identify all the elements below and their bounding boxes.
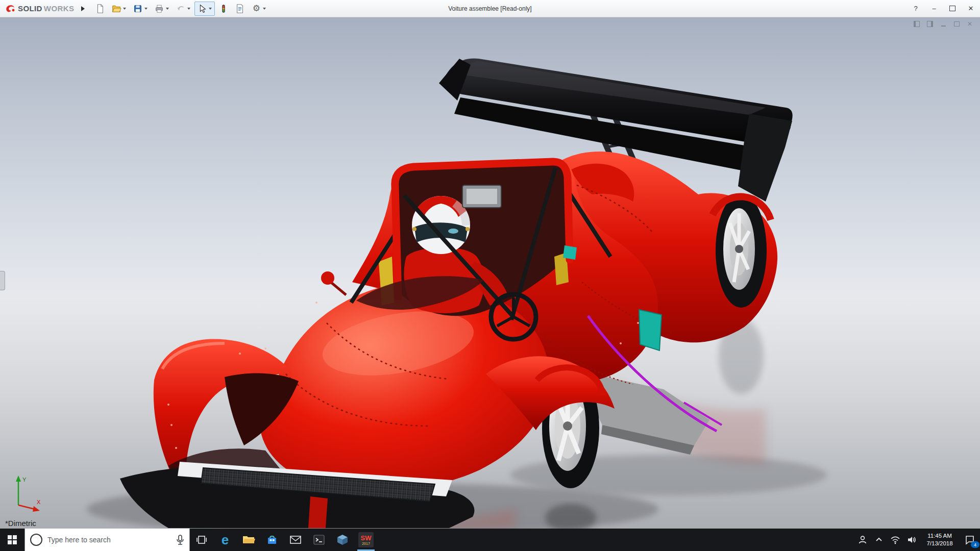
speaker-icon: [906, 535, 917, 544]
taskbar-search[interactable]: [24, 529, 190, 551]
chevron-up-icon: [875, 536, 883, 544]
wifi-icon: [890, 535, 900, 544]
driver-helmet: [412, 196, 470, 254]
minimize-button[interactable]: –: [925, 0, 943, 17]
pane-left-icon[interactable]: [913, 20, 921, 28]
store-icon: [266, 534, 278, 545]
solidworks-window: SOLIDWORKS: [0, 0, 980, 551]
people-icon: [857, 535, 868, 545]
microphone-icon[interactable]: [176, 535, 184, 545]
action-center-button[interactable]: 4: [960, 529, 980, 551]
select-cursor-icon: [196, 3, 208, 15]
solidworks-logo: SOLIDWORKS: [0, 4, 77, 14]
edge-icon: e: [222, 533, 229, 546]
print-button[interactable]: [152, 2, 172, 16]
options-gear-icon: ⚙: [253, 4, 260, 13]
maximize-button[interactable]: [943, 0, 962, 17]
open-button[interactable]: [109, 2, 129, 16]
new-document-icon: [94, 3, 106, 15]
save-button[interactable]: [130, 2, 151, 16]
select-tool-button[interactable]: [194, 2, 215, 16]
select-dropdown-arrow[interactable]: [209, 8, 212, 10]
clock-time: 11:45 AM: [920, 532, 960, 540]
teal-side-panel: [639, 310, 662, 350]
taskbar-edge[interactable]: e: [213, 529, 237, 551]
system-tray: 11:45 AM 7/13/2018 4: [854, 529, 980, 551]
windows-taskbar: e: [0, 529, 980, 551]
taskbar-clock[interactable]: 11:45 AM 7/13/2018: [920, 532, 960, 547]
taskbar-store[interactable]: [260, 529, 284, 551]
file-explorer-icon: [242, 534, 255, 545]
file-properties-button[interactable]: [232, 2, 248, 16]
edrawings-cube-icon: [336, 534, 349, 546]
show-hidden-icons-button[interactable]: [871, 529, 887, 551]
options-button[interactable]: ⚙: [249, 2, 269, 16]
close-button[interactable]: ✕: [962, 0, 980, 17]
brand-text-solid: SOLID: [18, 4, 42, 13]
open-folder-icon: [110, 3, 122, 15]
people-button[interactable]: [854, 529, 871, 551]
search-input[interactable]: [46, 535, 172, 544]
task-view-button[interactable]: [190, 529, 213, 551]
open-dropdown-arrow[interactable]: [123, 8, 126, 10]
doc-restore-icon[interactable]: [952, 20, 961, 28]
save-dropdown-arrow[interactable]: [144, 8, 148, 10]
pane-right-icon[interactable]: [926, 20, 934, 28]
task-view-icon: [196, 534, 207, 545]
doc-minimize-icon[interactable]: [939, 20, 947, 28]
ds-logo-icon: [5, 4, 16, 14]
graphics-area[interactable]: ✕ Y X *Dimetric: [0, 17, 980, 529]
window-controls: ? – ✕: [906, 0, 980, 17]
network-button[interactable]: [887, 529, 903, 551]
document-window-controls: ✕: [913, 20, 974, 28]
quick-access-toolbar: ⚙: [92, 0, 270, 17]
model-view-race-car[interactable]: [0, 17, 980, 529]
clock-date: 7/13/2018: [920, 540, 960, 547]
options-dropdown-arrow[interactable]: [263, 8, 266, 10]
left-panel-collapsed-tab[interactable]: [0, 271, 5, 290]
undo-dropdown-arrow[interactable]: [187, 8, 190, 10]
doc-close-icon[interactable]: ✕: [966, 20, 974, 28]
taskbar-edrawings[interactable]: [331, 529, 354, 551]
volume-button[interactable]: [903, 529, 920, 551]
side-sill[interactable]: [587, 374, 709, 455]
taskbar-file-explorer[interactable]: [237, 529, 260, 551]
solidworks-app-icon: SW 2017: [358, 532, 374, 547]
help-button[interactable]: ?: [906, 0, 925, 17]
cortana-icon: [30, 534, 42, 546]
triad-y-label: Y: [22, 477, 27, 483]
file-properties-icon: [234, 3, 246, 15]
side-mirror: [321, 271, 334, 285]
taskbar-solidworks[interactable]: SW 2017: [354, 529, 378, 551]
undo-icon: [175, 3, 187, 15]
save-floppy-icon: [132, 3, 144, 15]
triad-x-label: X: [37, 499, 41, 505]
print-icon: [153, 3, 165, 15]
orientation-triad: Y X: [7, 471, 47, 515]
windows-logo-icon: [8, 535, 17, 544]
menu-flyout-arrow[interactable]: [81, 6, 85, 11]
command-prompt-icon: [313, 534, 325, 545]
mail-icon: [289, 535, 302, 545]
undo-button[interactable]: [173, 2, 193, 16]
taskbar-command-prompt[interactable]: [307, 529, 331, 551]
teal-cockpit-panel: [563, 245, 577, 260]
taskbar-mail[interactable]: [284, 529, 307, 551]
maximize-icon: [949, 6, 955, 11]
start-button[interactable]: [0, 529, 24, 551]
view-orientation-label: *Dimetric: [5, 519, 36, 528]
rebuild-button[interactable]: [216, 2, 231, 16]
brand-text-works: WORKS: [44, 4, 75, 13]
print-dropdown-arrow[interactable]: [166, 8, 169, 10]
titlebar: SOLIDWORKS: [0, 0, 980, 17]
new-document-button[interactable]: [92, 2, 108, 16]
rebuild-traffic-light-icon: [217, 3, 230, 15]
notification-badge: 4: [971, 541, 979, 548]
